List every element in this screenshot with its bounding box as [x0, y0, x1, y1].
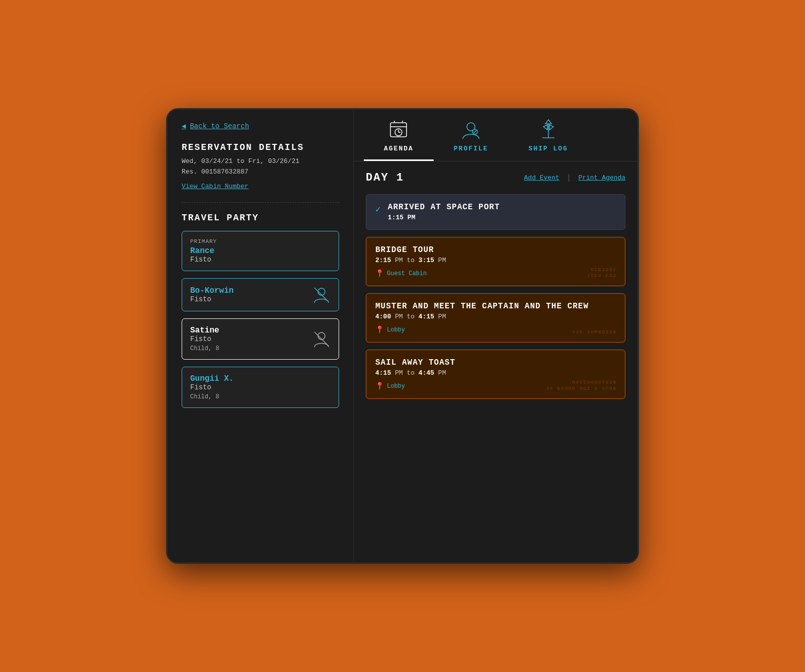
svg-marker-16	[549, 125, 553, 130]
day-header: DAY 1 Add Event | Print Agenda	[366, 172, 625, 184]
reservation-dates: Wed, 03/24/21 to Fri, 03/26/21	[182, 157, 339, 165]
event-check-icon: ✓	[375, 204, 381, 215]
party-card-rance[interactable]: PRIMARY Rance Fisto	[182, 231, 339, 271]
right-panel: AGENDA PROFILE	[354, 110, 637, 562]
party-lastname-bokorwin: Fisto	[190, 295, 233, 303]
agenda-icon	[387, 119, 410, 141]
party-firstname-rance: Rance	[190, 246, 217, 256]
event-info-arrived: ARRIVED AT SPACE PORT 1:15 PM	[388, 203, 500, 221]
party-card-satine[interactable]: Satine Fisto Child, 8	[182, 318, 339, 360]
party-card-bokorwin[interactable]: Bo-Korwin Fisto	[182, 278, 339, 311]
event-card-inner-arrived: ✓ ARRIVED AT SPACE PORT 1:15 PM	[375, 203, 616, 221]
day-title: DAY 1	[366, 172, 404, 184]
party-lastname-rance: Fisto	[190, 256, 217, 264]
event-info-muster: MUSTER AND MEET THE CAPTAIN AND THE CREW…	[375, 302, 589, 334]
party-card-left-rance: PRIMARY Rance Fisto	[190, 238, 217, 264]
party-childinfo-gungii: Child, 8	[190, 393, 233, 400]
event-title-arrived: ARRIVED AT SPACE PORT	[388, 203, 500, 212]
event-location-muster: 📍 Lobby	[375, 325, 589, 334]
event-card-sail[interactable]: SAIL AWAY TOAST 4:15 PM to 4:45 PM 📍 Lob…	[366, 350, 625, 399]
svg-point-0	[318, 288, 325, 295]
event-card-inner-muster: MUSTER AND MEET THE CAPTAIN AND THE CREW…	[375, 302, 616, 334]
print-agenda-link[interactable]: Print Agenda	[578, 174, 625, 182]
back-arrow-icon: ◀	[182, 122, 186, 130]
party-card-left-gungii: Gungii X. Fisto Child, 8	[190, 374, 233, 400]
party-childinfo-satine: Child, 8	[190, 345, 219, 352]
profile-icon	[460, 119, 482, 141]
location-pin-sail: 📍	[375, 382, 384, 390]
event-card-inner-bridge: BRIDGE TOUR 2:15 PM to 3:15 PM 📍 Guest C…	[375, 245, 616, 278]
left-panel: ◀ Back to Search RESERVATION DETAILS Wed…	[168, 110, 354, 562]
day-actions: Add Event | Print Agenda	[524, 174, 625, 183]
event-location-sail: 📍 Lobby	[375, 382, 455, 390]
day-action-separator: |	[567, 174, 572, 183]
event-time-sail: 4:15 PM to 4:45 PM	[375, 369, 455, 377]
party-firstname-satine: Satine	[190, 326, 219, 335]
add-event-link[interactable]: Add Event	[524, 174, 559, 182]
svg-marker-14	[545, 120, 551, 124]
tab-content-agenda: DAY 1 Add Event | Print Agenda ✓ ARRIVED…	[354, 161, 637, 562]
party-firstname-gungii: Gungii X.	[190, 374, 233, 383]
no-photo-icon-satine	[312, 330, 331, 348]
party-lastname-gungii: Fisto	[190, 383, 233, 391]
party-card-gungii[interactable]: Gungii X. Fisto Child, 8	[182, 367, 339, 408]
travel-party-title: TRAVEL PARTY	[182, 213, 339, 223]
event-title-sail: SAIL AWAY TOAST	[375, 358, 455, 367]
event-location-label-sail: Lobby	[387, 383, 405, 390]
event-time-arrived: 1:15 PM	[388, 214, 500, 221]
event-info-bridge: BRIDGE TOUR 2:15 PM to 3:15 PM 📍 Guest C…	[375, 245, 446, 278]
event-title-bridge: BRIDGE TOUR	[375, 245, 446, 255]
tab-profile[interactable]: PROFILE	[434, 110, 509, 161]
divider	[182, 202, 339, 203]
alien-text-muster: VVN XOMNOЗVИ	[572, 329, 617, 336]
back-link-label: Back to Search	[190, 122, 249, 130]
alien-text-bridge: VIGJODVJIDV £GJ	[587, 267, 617, 280]
event-time-bridge: 2:15 PM to 3:15 PM	[375, 257, 446, 264]
party-label-rance: PRIMARY	[190, 238, 217, 244]
tab-agenda-label: AGENDA	[384, 145, 414, 152]
view-cabin-link[interactable]: View Cabin Number	[182, 183, 339, 190]
event-card-bridge-tour[interactable]: BRIDGE TOUR 2:15 PM to 3:15 PM 📍 Guest C…	[366, 237, 625, 286]
event-info-sail: SAIL AWAY TOAST 4:15 PM to 4:45 PM 📍 Lob…	[375, 358, 455, 390]
party-card-left-satine: Satine Fisto Child, 8	[190, 326, 219, 352]
event-location-bridge: 📍 Guest Cabin	[375, 269, 446, 278]
svg-marker-15	[543, 125, 547, 130]
alien-text-sail: НXVINOОOTSVNJO ВXЛОО ЗOZ X VЛОN	[546, 380, 617, 392]
reservation-title: RESERVATION DETAILS	[182, 142, 339, 152]
party-card-left-bokorwin: Bo-Korwin Fisto	[190, 286, 233, 303]
reservation-number: Res. 001587632887	[182, 168, 339, 176]
tablet-inner: ◀ Back to Search RESERVATION DETAILS Wed…	[168, 110, 637, 562]
location-pin-muster: 📍	[375, 325, 384, 334]
party-firstname-bokorwin: Bo-Korwin	[190, 286, 233, 295]
svg-point-2	[318, 332, 325, 340]
location-pin-bridge: 📍	[375, 269, 384, 278]
tab-bar: AGENDA PROFILE	[354, 110, 637, 161]
party-lastname-satine: Fisto	[190, 335, 219, 343]
tablet-frame: ◀ Back to Search RESERVATION DETAILS Wed…	[166, 108, 639, 564]
event-card-muster[interactable]: MUSTER AND MEET THE CAPTAIN AND THE CREW…	[366, 293, 625, 343]
event-title-muster: MUSTER AND MEET THE CAPTAIN AND THE CREW	[375, 302, 589, 311]
tab-ship-log-label: SHIP LOG	[528, 145, 568, 152]
tab-ship-log[interactable]: SHIP LOG	[508, 110, 588, 161]
back-to-search-link[interactable]: ◀ Back to Search	[182, 122, 339, 130]
event-location-label-bridge: Guest Cabin	[387, 270, 427, 277]
tab-profile-label: PROFILE	[454, 145, 489, 152]
ship-log-icon	[537, 119, 559, 141]
event-time-muster: 4:00 PM to 4:15 PM	[375, 313, 589, 320]
no-photo-icon-bokorwin	[312, 286, 331, 304]
tab-agenda[interactable]: AGENDA	[364, 110, 434, 161]
event-card-arrived[interactable]: ✓ ARRIVED AT SPACE PORT 1:15 PM	[366, 194, 625, 230]
event-location-label-muster: Lobby	[387, 326, 405, 333]
